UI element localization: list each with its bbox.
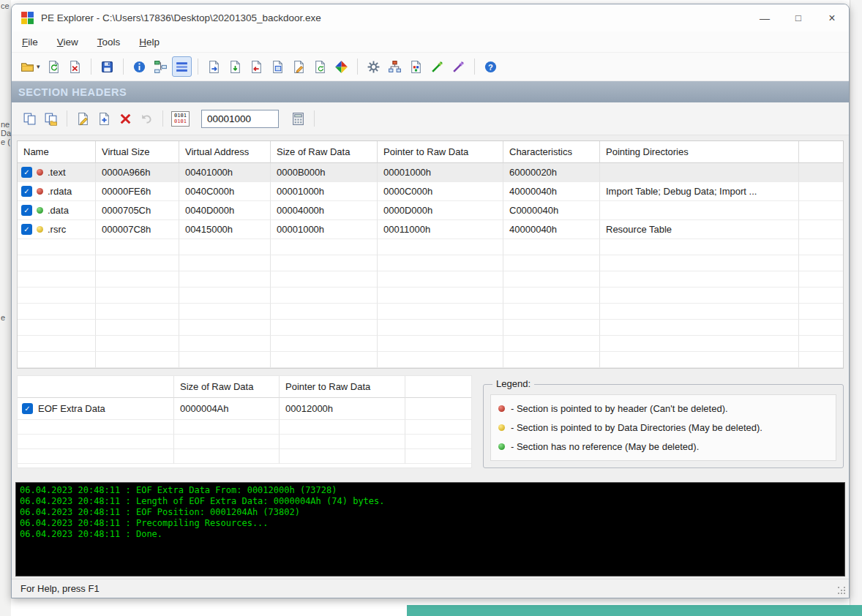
empty-table-row: [18, 435, 471, 449]
add-section-button[interactable]: [94, 108, 114, 129]
menu-file[interactable]: File: [22, 34, 47, 50]
titlebar[interactable]: PE Explorer - C:\Users\17836\Desktop\202…: [12, 4, 849, 31]
menu-tools[interactable]: Tools: [97, 34, 130, 50]
row-checkbox[interactable]: [21, 167, 32, 178]
table-row[interactable]: .text 0000A966h 00401000h 0000B000h 0000…: [18, 163, 843, 182]
view-file-button[interactable]: [268, 56, 288, 77]
headers-info-button[interactable]: [130, 56, 149, 77]
add-to-file-button[interactable]: [225, 56, 245, 77]
add-page-icon: [228, 60, 242, 74]
view-page-icon: [271, 60, 285, 74]
legend-title: Legend:: [492, 378, 534, 389]
data-directories-button[interactable]: [151, 56, 170, 77]
open-file-button[interactable]: [18, 56, 42, 77]
help-button[interactable]: ?: [481, 56, 501, 77]
cell-pointing-directories: [600, 163, 799, 182]
maximize-button[interactable]: □: [782, 4, 815, 31]
minimize-button[interactable]: —: [748, 4, 782, 31]
edit-resources-button[interactable]: [289, 56, 309, 77]
pe-explorer-window: PE Explorer - C:\Users\17836\Desktop\202…: [11, 4, 850, 598]
column-header-characteristics[interactable]: Characteristics: [503, 141, 600, 163]
copy-special-button[interactable]: [41, 108, 61, 129]
export-page-icon: [207, 60, 221, 74]
eof-filler: [405, 398, 471, 420]
cell-raw-size: 00001000h: [271, 220, 378, 239]
status-text: For Help, press F1: [20, 583, 100, 594]
column-header-raw-pointer[interactable]: Pointer to Raw Data: [378, 141, 503, 163]
section-name-cell: .rdata: [18, 182, 96, 201]
row-checkbox[interactable]: [21, 224, 32, 235]
resize-grip[interactable]: [838, 587, 847, 596]
structure-tree-icon: [388, 60, 402, 74]
table-row[interactable]: .data 0000705Ch 0040D000h 00004000h 0000…: [18, 201, 843, 220]
open-file-dropdown-icon[interactable]: [37, 63, 40, 70]
empty-table-row: [18, 239, 843, 255]
close-button[interactable]: ×: [815, 4, 849, 31]
edit-section-button[interactable]: [73, 108, 93, 129]
menu-view[interactable]: View: [57, 34, 87, 50]
cell-virtual-size: 000007C8h: [96, 220, 179, 239]
background-text-fragment: Da: [1, 129, 11, 138]
close-file-button[interactable]: [65, 56, 85, 77]
row-checkbox[interactable]: [21, 205, 32, 216]
section-name: .text: [48, 163, 66, 181]
window-title: PE Explorer - C:\Users\17836\Desktop\202…: [41, 12, 748, 23]
eof-checkbox[interactable]: [22, 403, 33, 414]
reload-file-button[interactable]: [44, 56, 64, 77]
status-bar: For Help, press F1: [12, 579, 849, 598]
export-section-button[interactable]: [204, 56, 224, 77]
disassembler-button[interactable]: [427, 56, 447, 77]
copy-section-button[interactable]: [20, 108, 40, 129]
background-scrollbar[interactable]: [850, 0, 862, 605]
resource-viewer-button[interactable]: [331, 56, 351, 77]
table-row[interactable]: .rsrc 000007C8h 00415000h 00001000h 0001…: [18, 220, 843, 239]
update-file-button[interactable]: [310, 56, 330, 77]
save-file-button[interactable]: [97, 56, 117, 77]
log-line: 06.04.2023 20:48:11 : Length of EOF Extr…: [20, 496, 841, 507]
section-status-dot: [37, 188, 43, 195]
eof-header-filler: [405, 376, 471, 398]
row-checkbox[interactable]: [21, 186, 32, 197]
table-row[interactable]: .rdata 00000FE6h 0040C000h 00001000h 000…: [18, 182, 843, 201]
cell-pointing-directories: Resource Table: [600, 220, 799, 239]
empty-table-row: [18, 288, 843, 304]
structure-viewer-button[interactable]: [385, 56, 405, 77]
background-taskbar-strip: [407, 605, 862, 616]
eof-data-row[interactable]: EOF Extra Data 0000004Ah 00012000h: [18, 398, 471, 420]
toolbar-separator: [123, 59, 124, 75]
toolbar-separator: [198, 59, 198, 75]
calculator-button[interactable]: [288, 108, 308, 129]
column-header-name[interactable]: Name: [18, 141, 96, 163]
column-header-virtual-address[interactable]: Virtual Address: [179, 141, 271, 163]
cell-pointing-directories: [600, 201, 799, 220]
empty-table-row: [18, 420, 471, 435]
delete-section-button[interactable]: [116, 108, 135, 129]
copy-icon: [23, 112, 37, 126]
binary-view-button[interactable]: 0101 0101: [169, 108, 192, 129]
data-directories-tree-icon: [154, 60, 168, 74]
address-input[interactable]: [201, 110, 279, 128]
column-header-raw-size[interactable]: Size of Raw Data: [271, 141, 378, 163]
edit-section-icon: [76, 112, 90, 126]
resource-tools-button[interactable]: [406, 56, 426, 77]
section-toolbar: 0101 0101: [12, 102, 849, 135]
log-line: 06.04.2023 20:48:11 : EOF Extra Data Fro…: [20, 485, 841, 496]
empty-table-row: [18, 449, 471, 464]
sections-table: Name Virtual Size Virtual Address Size o…: [17, 140, 844, 369]
banner-title: SECTION HEADERS: [18, 86, 127, 98]
remove-from-file-button[interactable]: [247, 56, 266, 77]
dependency-scanner-button[interactable]: [364, 56, 383, 77]
column-header-pointing-directories[interactable]: Pointing Directories: [600, 141, 799, 163]
toolbar-separator: [67, 110, 67, 127]
signature-scanner-button[interactable]: [449, 56, 468, 77]
cell-virtual-size: 0000A966h: [96, 163, 179, 182]
cell-raw-pointer: 00001000h: [378, 163, 503, 182]
add-section-icon: [97, 112, 111, 126]
menu-help[interactable]: Help: [139, 34, 168, 50]
undo-button[interactable]: [137, 108, 157, 129]
cell-characteristics: 40000040h: [503, 182, 600, 201]
section-headers-button[interactable]: [172, 56, 192, 77]
calculator-icon: [291, 112, 305, 126]
binary-0101-icon: 0101 0101: [171, 111, 190, 127]
column-header-virtual-size[interactable]: Virtual Size: [96, 141, 179, 163]
